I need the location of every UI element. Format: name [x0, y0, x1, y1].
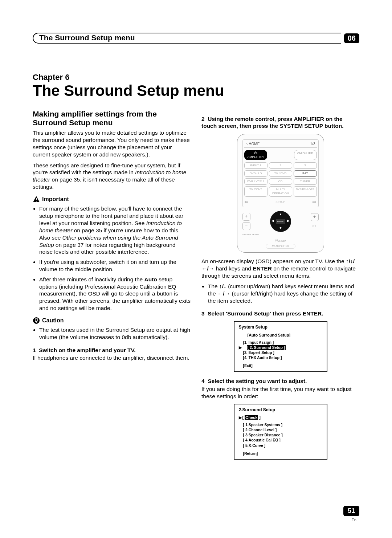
remote-page: 1/3 — [310, 142, 315, 147]
vol-up-icon: + — [242, 213, 250, 221]
osd2-title: 2.Surround Setup — [239, 407, 322, 413]
osd1-item: [3. Expert Setup ] — [243, 350, 322, 355]
remote-btn: DVD / LD — [244, 170, 268, 177]
nav-left-icon: ⬅ — [244, 199, 249, 205]
step3-heading: 3 Select 'Surround Setup' then press ENT… — [201, 310, 359, 317]
joystick: ▲ ▼ ◀ ▶ ENTER — [270, 211, 291, 232]
important-label: Important — [42, 196, 69, 203]
osd1-sub: [Auto Surround Setup] — [248, 333, 322, 338]
left-column: Making amplifier settings from the Surro… — [33, 110, 191, 465]
intro-para-1: This amplifier allows you to make detail… — [33, 129, 191, 158]
pioneer-logo: Pioneer — [242, 239, 319, 243]
remote-btn: SYSTEM OFF — [294, 186, 317, 196]
step4-body: If you are doing this for the first time… — [201, 386, 359, 400]
osd2-item: [ 2.Channel Level ] — [243, 427, 322, 432]
chapter-title: The Surround Setup menu — [33, 82, 359, 99]
blank-icon: ⬭ — [311, 223, 318, 230]
osd2-item: [ 4.Acoustic Cal EQ ] — [243, 437, 322, 443]
osd-sublist: The ↑/↓ (cursor up/down) hard keys selec… — [201, 283, 359, 304]
step1-body: If headphones are connected to the ampli… — [33, 354, 191, 362]
caution-icon — [33, 317, 40, 324]
section-heading: Making amplifier settings from the Surro… — [33, 110, 191, 127]
step4-heading: 4 Select the setting you want to adjust. — [201, 378, 359, 385]
important-icon — [33, 196, 40, 203]
caution-item-1: The test tones used in the Surround Setu… — [39, 326, 191, 341]
av-amplifier-label: AV AMPLIFIER — [266, 244, 295, 249]
chapter-badge: 06 — [344, 33, 359, 43]
updown-icon: ↑/↓ — [219, 283, 226, 289]
osd2-item: [ 1.Speaker Systems ] — [243, 422, 322, 427]
important-callout: Important — [33, 196, 191, 203]
chapter-block: Chapter 6 The Surround Setup menu — [33, 73, 359, 99]
caret-icon: ▶ — [239, 415, 242, 420]
important-item-2: If you're using a subwoofer, switch it o… — [39, 258, 191, 273]
amplifier-pill-2: AMPLIFIER — [294, 150, 317, 160]
step1-heading: 1 Switch on the amplifier and your TV. — [33, 347, 191, 354]
svg-point-3 — [33, 317, 40, 324]
remote-btn: 3 — [294, 162, 317, 169]
caution-label: Caution — [42, 317, 64, 324]
remote-btn: INPUT 1 — [244, 162, 268, 169]
osd1-title: System Setup — [239, 325, 322, 330]
osd1-item: [4. THX Audio Setup ] — [243, 355, 322, 360]
osd-system-setup: System Setup [Auto Surround Setup] [1. I… — [234, 321, 327, 372]
system-setup-label: SYSTEM SETUP — [242, 233, 319, 236]
important-item-3: After three minutes of inactivity during… — [39, 276, 191, 312]
remote-btn: DVR / VCR 1 — [244, 178, 268, 185]
arrow-right-icon: ▶ — [287, 219, 290, 223]
osd1-exit: [Exit] — [243, 363, 322, 368]
caution-list: The test tones used in the Surround Setu… — [33, 326, 191, 341]
important-list: For many of the settings below, you'll h… — [33, 205, 191, 312]
remote-btn: SAT — [294, 170, 317, 177]
p2-b: on page 35, it isn't necessary to make a… — [33, 176, 175, 190]
remote-grid: INPUT 1 2 3 DVD / LD TV / DVD SAT DVR / … — [244, 162, 317, 197]
osd2-item: [ 3.Speaker Distance ] — [243, 432, 322, 437]
remote-btn: MULTI OPERATION — [269, 186, 292, 196]
vol-down-icon: − — [242, 222, 250, 230]
osd2-check: Check — [245, 415, 258, 420]
header-title: The Surround Setup menu — [39, 33, 138, 42]
home-icon: ⌂ HOME — [246, 142, 260, 147]
amplifier-pill: ⏻ AMPLIFIER — [244, 150, 267, 160]
right-column: 2 Using the remote control, press AMPLIF… — [201, 110, 359, 465]
important-item-1: For many of the settings below, you'll h… — [39, 205, 191, 256]
enter-button: ENTER — [276, 219, 285, 224]
svg-rect-2 — [36, 201, 37, 201]
osd1-item-selected: [ 2. Surround Setup ] — [247, 345, 286, 350]
remote-btn: TUNER — [294, 178, 317, 185]
remote-btn: TV CONT — [244, 186, 268, 196]
remote-btn: CD — [269, 178, 292, 185]
intro-para-2: These settings are designed to fine-tune… — [33, 162, 191, 191]
page-header: The Surround Setup menu 06 — [33, 33, 359, 44]
osd2-item: [ 5.X-Curve ] — [243, 443, 322, 448]
plus-icon: + — [311, 213, 319, 221]
arrow-up-icon: ▲ — [279, 212, 282, 217]
leftright-icon: ←/→ — [217, 290, 230, 297]
caret-icon: ▶ — [239, 345, 242, 350]
header-line: The Surround Setup menu — [33, 33, 341, 44]
osd-surround-setup: 2.Surround Setup ▶[ Check ] [ 1.Speaker … — [234, 404, 327, 460]
svg-rect-1 — [36, 198, 37, 200]
osd2-return: [Return] — [243, 451, 322, 456]
remote-btn: 2 — [269, 162, 292, 169]
chapter-label: Chapter 6 — [33, 73, 359, 82]
osd-para: An on-screen display (OSD) appears on yo… — [201, 258, 359, 279]
remote-figure: ⌂ HOME 1/3 ⏻ AMPLIFIER AMPLIFIER INPUT 1… — [237, 134, 324, 253]
step2-heading: 2 Using the remote control, press AMPLIF… — [201, 115, 359, 130]
osd1-item: [1. Input Assign ] — [243, 340, 322, 345]
arrow-down-icon: ▼ — [279, 226, 282, 231]
page-lang: En — [352, 518, 356, 522]
remote-btn: TV / DVD — [269, 170, 292, 177]
setup-label: SETUP — [275, 200, 285, 204]
arrow-left-icon: ◀ — [271, 219, 274, 223]
caution-callout: Caution — [33, 317, 191, 324]
osd-sub-item: The ↑/↓ (cursor up/down) hard keys selec… — [208, 283, 359, 304]
page-number: 51 — [343, 506, 359, 516]
nav-right-icon: ➡ — [312, 199, 317, 205]
